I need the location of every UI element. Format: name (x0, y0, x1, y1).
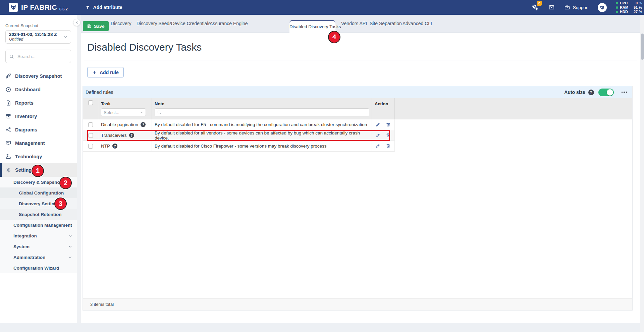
snapshot-select[interactable]: 2024-01-03, 13:45:28 Z Untitled (5, 30, 71, 44)
messages-button[interactable] (548, 4, 555, 10)
support-label: Support (573, 5, 589, 10)
delete-trash-icon[interactable] (386, 122, 391, 127)
edit-pencil-icon[interactable] (375, 122, 380, 127)
user-avatar[interactable] (598, 3, 607, 12)
tab-device-credentials[interactable]: Device Credentials (171, 15, 211, 33)
scrollbar-thumb[interactable] (641, 34, 644, 60)
rule-note: By default disabled for F5 - command is … (155, 122, 367, 127)
auto-size-help-icon[interactable]: ? (588, 90, 594, 95)
sidebar-collapse-button[interactable] (73, 19, 80, 26)
app-root: IP FABRIC 6.6.2 Add attribute 2 (0, 0, 644, 332)
sidebar-item-management[interactable]: Management (0, 136, 77, 150)
system-settings-button[interactable]: 2 (531, 4, 539, 11)
more-options-button[interactable] (621, 90, 628, 94)
select-all-checkbox[interactable] (88, 100, 93, 105)
defined-rules-panel: Defined rules Auto size ? Task (83, 86, 633, 311)
snapshot-name: Untitled (9, 37, 63, 42)
submenu-system[interactable]: System (0, 241, 77, 252)
row-checkbox[interactable] (88, 122, 93, 127)
submenu-configuration-management[interactable]: Configuration Management (0, 220, 77, 230)
snapshot-date: 2024-01-03, 13:45:28 Z (9, 32, 63, 37)
submenu-administration[interactable]: Administration (0, 252, 77, 263)
save-button[interactable]: Save (83, 21, 109, 31)
sidebar-item-diagrams[interactable]: Diagrams (0, 123, 77, 136)
sidebar-item-reports[interactable]: Reports (0, 96, 77, 110)
task-help-icon[interactable]: ? (141, 122, 146, 127)
chevron-down-icon (68, 245, 72, 248)
settings-tab-bar: Save Discovery Discovery Seeds Device Cr… (81, 15, 640, 33)
sidebar-item-dashboard[interactable]: Dashboard (0, 83, 77, 96)
submenu-snapshot-retention[interactable]: Snapshot Retention (0, 209, 77, 220)
support-button[interactable]: Support (564, 4, 589, 10)
note-filter-input[interactable] (155, 108, 369, 116)
panel-title: Defined rules (86, 90, 113, 95)
current-snapshot-label: Current Snapshot (5, 23, 38, 28)
task-help-icon[interactable]: ? (112, 144, 117, 149)
title-divider (84, 60, 637, 60)
submenu-configuration-wizard[interactable]: Configuration Wizard (0, 263, 77, 273)
sidebar-item-label: Reports (15, 100, 34, 106)
sidebar-item-label: Technology (15, 154, 42, 159)
task-filter-select[interactable]: Select... (101, 108, 146, 116)
envelope-icon (548, 4, 555, 10)
chevron-down-icon (63, 35, 67, 39)
gear-icon (5, 167, 11, 173)
sidebar-search (5, 50, 71, 63)
tab-disabled-discovery-tasks[interactable]: Disabled Discovery Tasks (289, 20, 335, 33)
rule-note: By default disabled for Cisco Firepower … (155, 144, 326, 149)
panel-header: Defined rules Auto size ? (83, 86, 632, 98)
delete-trash-icon[interactable] (386, 133, 391, 138)
search-icon (157, 110, 161, 114)
sidebar-item-discovery-snapshot[interactable]: Discovery Snapshot (0, 69, 77, 83)
sidebar-gutter (77, 15, 81, 323)
submenu-integration[interactable]: Integration (0, 230, 77, 241)
delete-trash-icon[interactable] (386, 144, 391, 149)
ipfabric-logo-icon (9, 3, 18, 12)
annotation-step-3: 3 (54, 198, 67, 210)
add-attribute-button[interactable]: Add attribute (85, 5, 122, 10)
brand-name: IP FABRIC (21, 3, 57, 12)
annotation-step-4: 4 (328, 31, 340, 43)
note-filter-search (155, 108, 369, 116)
annotation-step-1: 1 (32, 165, 44, 177)
edit-pencil-icon[interactable] (375, 144, 380, 149)
tab-discovery[interactable]: Discovery (111, 15, 131, 33)
add-rule-label: Add rule (100, 70, 119, 75)
tab-assurance-engine[interactable]: Assurance Engine (210, 15, 248, 33)
archive-box-icon (5, 113, 11, 119)
task-name: NTP (101, 144, 110, 149)
header-filler (395, 98, 632, 119)
sidebar-item-inventory[interactable]: Inventory (0, 110, 77, 123)
app-version: 6.6.2 (59, 7, 67, 11)
brand: IP FABRIC 6.6.2 (9, 3, 68, 12)
toggle-knob (607, 89, 613, 96)
search-input[interactable] (17, 54, 77, 59)
auto-size-label: Auto size (564, 90, 585, 95)
task-name: Transceivers (101, 133, 127, 138)
system-stats: CPU 0 % RAM 51 % HDD 27 % (616, 1, 642, 14)
sidebar-item-technology[interactable]: Technology (0, 150, 77, 163)
support-briefcase-icon (564, 4, 570, 10)
tab-advanced-cli[interactable]: Advanced CLI (402, 15, 432, 33)
edit-pencil-icon[interactable] (375, 133, 380, 138)
table-row-disable-pagination: Disable pagination ? By default disabled… (83, 119, 632, 130)
filter-funnel-icon (85, 5, 90, 10)
annotation-step-2: 2 (59, 177, 72, 189)
hdd-status-dot (616, 11, 618, 13)
hdd-stat: HDD 27 % (616, 10, 642, 14)
tab-site-separation[interactable]: Site Separation (370, 15, 402, 33)
monitor-icon (5, 140, 11, 146)
page-scrollbar[interactable] (640, 15, 644, 332)
row-checkbox[interactable] (88, 133, 93, 138)
tab-discovery-seeds[interactable]: Discovery Seeds (137, 15, 172, 33)
ram-stat: RAM 51 % (616, 5, 642, 10)
select-all-column (83, 98, 98, 119)
auto-size-toggle[interactable] (598, 89, 614, 96)
task-filter-placeholder: Select... (104, 110, 119, 115)
row-checkbox[interactable] (88, 144, 93, 149)
tab-vendors-api[interactable]: Vendors API (341, 15, 367, 33)
table-row-ntp: NTP ? By default disabled for Cisco Fire… (83, 141, 632, 152)
add-rule-button[interactable]: Add rule (87, 67, 124, 77)
router-icon (5, 154, 11, 160)
task-help-icon[interactable]: ? (129, 133, 134, 138)
